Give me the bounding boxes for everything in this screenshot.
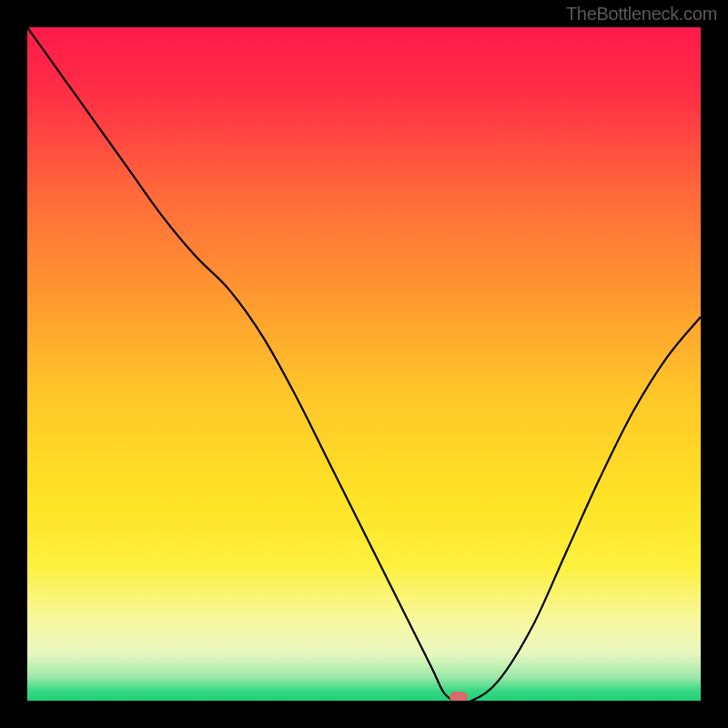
chart-svg [27,27,701,701]
chart-plot-area [27,27,701,701]
watermark-text: TheBottleneck.com [566,4,717,25]
optimum-marker [450,692,468,701]
chart-background [27,27,701,701]
